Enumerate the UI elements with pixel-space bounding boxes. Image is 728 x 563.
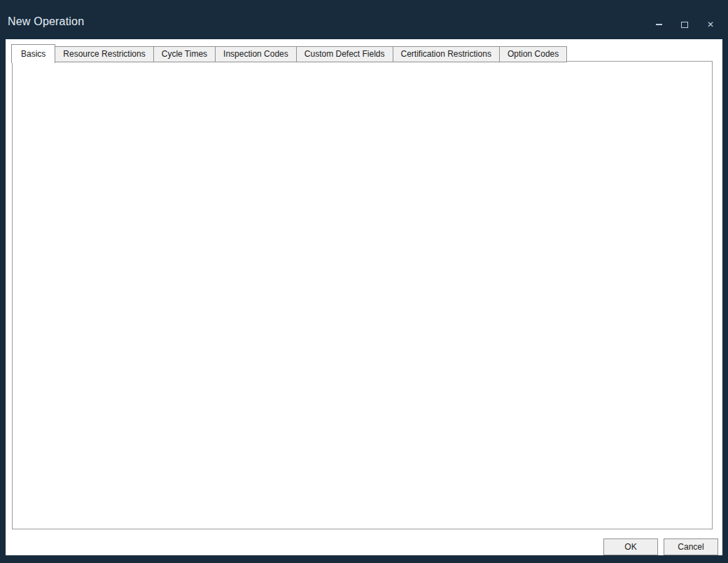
minimize-button[interactable] [654, 20, 664, 29]
maximize-icon [681, 22, 688, 28]
minimize-icon [656, 24, 662, 25]
tab-strip: Basics Resource Restrictions Cycle Times… [12, 44, 567, 62]
close-button[interactable]: ✕ [706, 20, 715, 29]
cancel-button[interactable]: Cancel [664, 538, 718, 555]
tab-option-codes[interactable]: Option Codes [499, 46, 567, 62]
ok-button[interactable]: OK [603, 538, 658, 555]
close-icon: ✕ [707, 20, 714, 29]
tab-inspection-codes[interactable]: Inspection Codes [215, 46, 297, 62]
tab-resource-restrictions[interactable]: Resource Restrictions [55, 46, 153, 62]
window-controls: ✕ [654, 20, 715, 29]
tab-cycle-times[interactable]: Cycle Times [153, 46, 216, 62]
maximize-button[interactable] [680, 20, 690, 29]
window-title: New Operation [8, 15, 84, 28]
tab-page-basics [12, 61, 713, 529]
tab-custom-defect-fields[interactable]: Custom Defect Fields [296, 46, 393, 62]
tab-basics[interactable]: Basics [11, 44, 55, 63]
tab-certification-restrictions[interactable]: Certification Restrictions [393, 46, 500, 62]
